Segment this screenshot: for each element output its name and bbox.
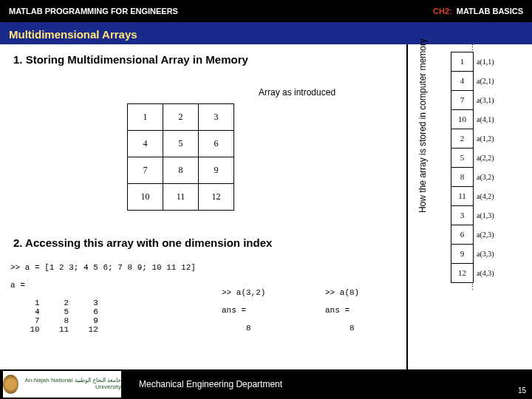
content-area: 1. Storing Multidimensional Array in Mem… <box>0 44 532 369</box>
header-title-right: MATLAB BASICS <box>457 7 523 16</box>
list-item: 12a(4,3) <box>451 263 494 282</box>
vertical-divider <box>406 44 408 369</box>
list-item: 8a(3,2) <box>451 167 494 186</box>
memory-column: ⋮ 1a(1,1) 4a(2,1) 7a(3,1) 10a(4,1) 2a(1,… <box>451 43 521 291</box>
chapter-tag: CH2: <box>433 7 452 16</box>
list-item: 5a(2,2) <box>451 148 494 167</box>
memory-caption: How the array is stored in computer memo… <box>417 22 428 229</box>
table-row: 123 <box>128 104 234 131</box>
table-row: 789 <box>128 157 234 184</box>
list-item: 9a(3,3) <box>451 244 494 263</box>
footer-bar: جامعة النجاح الوطنية An-Najah National U… <box>0 369 532 399</box>
subtitle-text: Multidimensional Arrays <box>9 28 137 41</box>
header-bar: MATLAB PROGRAMMING FOR ENGINEERS CH2: MA… <box>0 0 532 24</box>
list-item: 3a(1,3) <box>451 205 494 225</box>
page-number: 15 <box>518 386 526 395</box>
subtitle-bar: Multidimensional Arrays <box>0 24 532 44</box>
table-row: 456 <box>128 131 234 157</box>
section1-heading: 1. Storing Multidimensional Array in Mem… <box>13 53 248 66</box>
list-item: 11a(4,2) <box>451 186 494 205</box>
logo-icon <box>3 375 18 394</box>
header-title-left: MATLAB PROGRAMMING FOR ENGINEERS <box>9 7 178 16</box>
code-main: >> a = [1 2 3; 4 5 6; 7 8 9; 10 11 12] a… <box>10 263 196 334</box>
table-row: 101112 <box>128 184 234 211</box>
matrix-figure: 123 456 789 101112 <box>127 103 234 211</box>
code-a32: >> a(3,2) ans = 8 <box>222 288 265 332</box>
list-item: 1a(1,1) <box>451 52 494 71</box>
list-item: 6a(2,3) <box>451 225 494 244</box>
header-title-right-group: CH2: MATLAB BASICS <box>433 7 523 16</box>
matrix-table: 123 456 789 101112 <box>127 103 234 211</box>
intro-label: Array as introduced <box>259 87 335 98</box>
list-item: 4a(2,1) <box>451 71 494 90</box>
memory-table: ⋮ 1a(1,1) 4a(2,1) 7a(3,1) 10a(4,1) 2a(1,… <box>451 43 494 291</box>
list-item: 2a(1,2) <box>451 129 494 148</box>
footer-dept: Mechanical Engineering Department <box>139 379 282 389</box>
section2-heading: 2. Accessing this array with one dimensi… <box>13 236 272 249</box>
list-item: 10a(4,1) <box>451 109 494 129</box>
list-item: 7a(3,1) <box>451 90 494 109</box>
code-a8: >> a(8) ans = 8 <box>325 288 359 332</box>
logo-text: جامعة النجاح الوطنية An-Najah National U… <box>23 378 121 391</box>
university-logo: جامعة النجاح الوطنية An-Najah National U… <box>3 371 121 398</box>
